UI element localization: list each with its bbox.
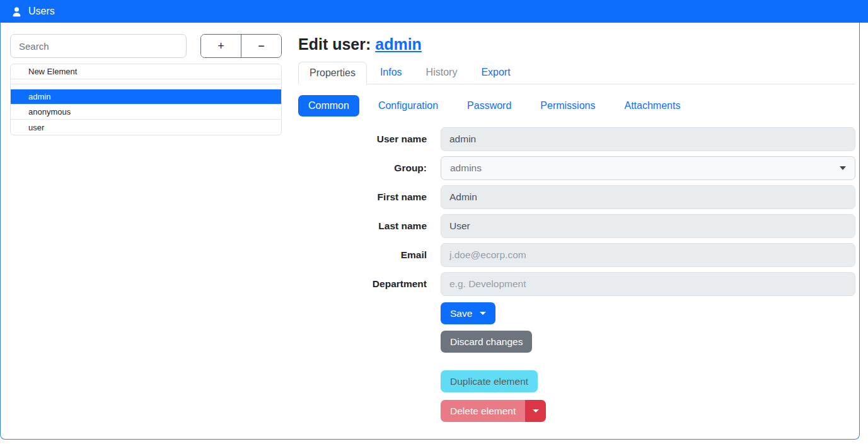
subtab-attachments[interactable]: Attachments — [614, 95, 690, 117]
subtab-bar: Common Configuration Password Permission… — [298, 95, 855, 117]
form-row-lastname: Last name — [298, 214, 855, 238]
list-item-spacer[interactable] — [11, 79, 281, 84]
form-actions: Save Discard changes Duplicate element D… — [441, 302, 855, 441]
subtab-common[interactable]: Common — [298, 95, 359, 117]
delete-element-label: Delete element — [450, 406, 516, 417]
form-row-group: Group: admins — [298, 156, 855, 180]
discard-changes-label: Discard changes — [450, 336, 523, 348]
list-item-user[interactable]: user — [11, 120, 281, 135]
element-list: New Element admin anonymous user — [10, 64, 282, 135]
subtab-password[interactable]: Password — [457, 95, 521, 117]
page-title: Edit user: admin — [298, 35, 855, 54]
tab-history: History — [415, 62, 468, 84]
list-item-new-element[interactable]: New Element — [11, 64, 281, 79]
duplicate-element-label: Duplicate element — [450, 376, 528, 387]
list-item-anonymous[interactable]: anonymous — [11, 105, 281, 120]
firstname-field[interactable] — [441, 185, 855, 209]
form-row-department: Department — [298, 272, 855, 296]
delete-element-button: Delete element — [441, 400, 525, 422]
delete-split-button: Delete element — [441, 400, 546, 422]
sidebar-toolbar: + − — [10, 34, 282, 58]
duplicate-element-button: Duplicate element — [441, 370, 538, 392]
group-select[interactable]: admins — [441, 156, 855, 180]
group-select-value: admins — [450, 162, 482, 174]
app-header: Users — [0, 0, 868, 23]
email-label: Email — [298, 249, 441, 261]
save-button-label: Save — [450, 308, 472, 319]
caret-down-icon — [480, 312, 486, 315]
form-row-firstname: First name — [298, 185, 855, 209]
content-area: + − New Element admin anonymous user Edi… — [0, 23, 868, 441]
department-field[interactable] — [441, 272, 855, 296]
list-item-admin[interactable]: admin — [11, 89, 281, 105]
person-icon — [11, 6, 23, 18]
chevron-down-icon — [840, 166, 846, 170]
sidebar: + − New Element admin anonymous user — [10, 34, 282, 441]
lastname-field[interactable] — [441, 214, 855, 238]
app-title: Users — [28, 6, 55, 17]
tab-infos[interactable]: Infos — [369, 62, 413, 84]
save-button[interactable]: Save — [441, 302, 495, 324]
main-panel: Edit user: admin Properties Infos Histor… — [298, 34, 855, 441]
group-label: Group: — [298, 162, 441, 174]
remove-element-button[interactable]: − — [241, 35, 281, 57]
username-field[interactable] — [441, 127, 855, 151]
lastname-label: Last name — [298, 220, 441, 232]
department-label: Department — [298, 278, 441, 290]
user-form: User name Group: admins First name Last … — [298, 127, 855, 296]
search-input[interactable] — [10, 34, 187, 58]
tab-bar: Properties Infos History Export — [298, 62, 855, 84]
form-row-email: Email — [298, 243, 855, 267]
edited-user-link[interactable]: admin — [375, 35, 422, 53]
caret-down-icon — [533, 409, 539, 413]
discard-changes-button[interactable]: Discard changes — [441, 331, 532, 353]
page-title-prefix: Edit user: — [298, 35, 375, 53]
form-row-username: User name — [298, 127, 855, 151]
list-item-spacer[interactable] — [11, 84, 281, 89]
subtab-configuration[interactable]: Configuration — [368, 95, 448, 117]
username-label: User name — [298, 134, 441, 145]
email-field[interactable] — [441, 243, 855, 267]
tab-properties[interactable]: Properties — [298, 62, 367, 84]
tab-export[interactable]: Export — [470, 62, 521, 84]
add-element-button[interactable]: + — [201, 35, 241, 57]
delete-dropdown-toggle[interactable] — [525, 400, 546, 422]
users-brand-link[interactable]: Users — [11, 6, 55, 18]
firstname-label: First name — [298, 191, 441, 203]
subtab-permissions[interactable]: Permissions — [530, 95, 605, 117]
list-action-button-group: + − — [200, 34, 282, 58]
